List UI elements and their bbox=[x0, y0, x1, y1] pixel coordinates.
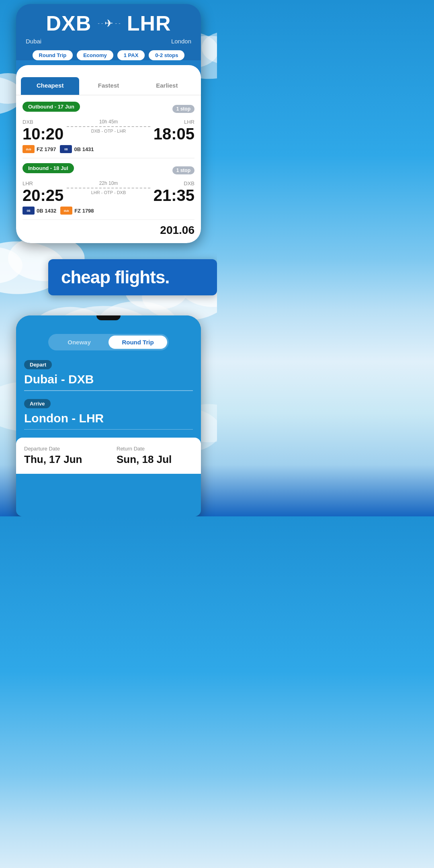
departure-date-value[interactable]: Thu, 17 Jun bbox=[24, 453, 100, 466]
outbound-route-dots bbox=[67, 126, 150, 127]
bottom-phone: Oneway Round Trip Depart Dubai - DXB Arr… bbox=[16, 315, 201, 516]
inbound-dest-label: DXB bbox=[154, 180, 194, 186]
outbound-depart: DXB 10:20 bbox=[23, 119, 63, 142]
airline2-code: 0B 1431 bbox=[74, 146, 94, 152]
arrive-value[interactable]: London - LHR bbox=[24, 411, 193, 425]
trip-type-pill[interactable]: Round Trip bbox=[33, 50, 73, 60]
inbound-times: LHR 20:25 22h 10m LHR - OTP - DXB DXB 21… bbox=[23, 180, 194, 203]
pax-pill[interactable]: 1 PAX bbox=[117, 50, 145, 60]
outbound-via: DXB - OTP - LHR bbox=[67, 129, 150, 133]
return-date-value[interactable]: Sun, 18 Jul bbox=[117, 453, 193, 466]
middle-section: cheap flights. bbox=[0, 243, 217, 307]
outbound-airline1: dub FZ 1797 bbox=[23, 145, 56, 153]
cheap-flights-text: cheap flights. bbox=[61, 267, 204, 287]
tab-earliest[interactable]: Earliest bbox=[138, 77, 196, 95]
stops-pill[interactable]: 0-2 stops bbox=[149, 50, 184, 60]
inbound-airline1: 0B 0B 1432 bbox=[23, 207, 56, 215]
inbound-segment: Inbound - 18 Jul 1 stop LHR 20:25 22h 10… bbox=[23, 163, 194, 215]
outbound-times: DXB 10:20 10h 45m DXB - OTP - LHR LHR 18… bbox=[23, 119, 194, 142]
phone-notch bbox=[96, 315, 121, 320]
return-date-label: Return Date bbox=[117, 446, 193, 452]
depart-value[interactable]: Dubai - DXB bbox=[24, 373, 193, 386]
inbound-via: LHR - OTP - DXB bbox=[67, 190, 150, 195]
price-preview-row: 201.06 bbox=[23, 219, 194, 237]
origin-code: DXB bbox=[46, 11, 91, 35]
tab-cheapest[interactable]: Cheapest bbox=[21, 77, 79, 95]
outbound-route-middle: 10h 45m DXB - OTP - LHR bbox=[63, 119, 153, 133]
outbound-arrive-time: 18:05 bbox=[154, 126, 194, 142]
trip-toggle[interactable]: Oneway Round Trip bbox=[48, 334, 169, 350]
date-row: Departure Date Thu, 17 Jun Return Date S… bbox=[24, 446, 193, 466]
inbound-arrive-time: 21:35 bbox=[154, 187, 194, 203]
outbound-segment: Outbound - 17 Jun 1 stop DXB 10:20 10h 4… bbox=[23, 102, 194, 153]
segment-divider bbox=[23, 158, 194, 158]
price-preview: 201.06 bbox=[160, 224, 194, 236]
departure-date-label: Departure Date bbox=[24, 446, 100, 452]
destination-code: LHR bbox=[127, 11, 171, 35]
wave-divider bbox=[16, 65, 201, 77]
cabin-pill[interactable]: Economy bbox=[77, 50, 113, 60]
depart-divider bbox=[24, 390, 193, 391]
inbound-depart-time: 20:25 bbox=[23, 187, 63, 203]
tagline-wrapper: cheap flights. bbox=[0, 259, 217, 295]
outbound-stops: 1 stop bbox=[172, 105, 194, 113]
inbound-depart: LHR 20:25 bbox=[23, 180, 63, 203]
inbound-route-dots bbox=[67, 188, 150, 188]
tab-bar: Cheapest Fastest Earliest bbox=[16, 77, 201, 95]
inbound-airline1-code: 0B 1432 bbox=[37, 208, 56, 214]
outbound-airlines: dub FZ 1797 0B 0B 1431 bbox=[23, 145, 194, 153]
bottom-phone-inner: Oneway Round Trip Depart Dubai - DXB Arr… bbox=[24, 328, 193, 474]
inbound-airline2-logo: dub bbox=[60, 207, 72, 215]
inbound-origin-label: LHR bbox=[23, 180, 63, 186]
city-names: Dubai London bbox=[26, 38, 191, 45]
filter-pills: Round Trip Economy 1 PAX 0-2 stops bbox=[26, 50, 191, 60]
arrive-label: Arrive bbox=[24, 399, 51, 408]
top-phone: DXB - - ✈ - - LHR Dubai London Round Tri… bbox=[16, 4, 201, 243]
route-row: DXB - - ✈ - - LHR bbox=[26, 11, 191, 35]
arrive-divider bbox=[24, 429, 193, 430]
outbound-dest-label: LHR bbox=[154, 119, 194, 125]
inbound-route-middle: 22h 10m LHR - OTP - DXB bbox=[63, 180, 153, 195]
inbound-stops: 1 stop bbox=[172, 166, 194, 174]
airline1-logo: dub bbox=[23, 145, 35, 153]
depart-label: Depart bbox=[24, 360, 52, 369]
departure-date-col[interactable]: Departure Date Thu, 17 Jun bbox=[24, 446, 100, 466]
outbound-origin-label: DXB bbox=[23, 119, 63, 125]
date-section: Departure Date Thu, 17 Jun Return Date S… bbox=[16, 438, 201, 474]
inbound-airline1-logo: 0B bbox=[23, 207, 35, 215]
inbound-airlines: 0B 0B 1432 dub FZ 1798 bbox=[23, 207, 194, 215]
inbound-airline2-code: FZ 1798 bbox=[74, 208, 94, 214]
inbound-duration: 22h 10m bbox=[67, 180, 150, 186]
outbound-arrive: LHR 18:05 bbox=[154, 119, 194, 142]
return-date-col[interactable]: Return Date Sun, 18 Jul bbox=[117, 446, 193, 466]
flights-container: Outbound - 17 Jun 1 stop DXB 10:20 10h 4… bbox=[16, 95, 201, 243]
airline2-logo: 0B bbox=[60, 145, 72, 153]
inbound-header: Inbound - 18 Jul bbox=[23, 163, 74, 173]
tab-fastest[interactable]: Fastest bbox=[79, 77, 137, 95]
plane-icon: ✈ bbox=[104, 17, 113, 30]
phone-top-header: DXB - - ✈ - - LHR Dubai London Round Tri… bbox=[16, 4, 201, 60]
airline1-code: FZ 1797 bbox=[37, 146, 56, 152]
flight-arrow: - - ✈ - - bbox=[98, 17, 120, 30]
arrive-field[interactable]: Arrive London - LHR bbox=[24, 399, 193, 430]
outbound-airline2: 0B 0B 1431 bbox=[60, 145, 94, 153]
outbound-header: Outbound - 17 Jun bbox=[23, 102, 80, 112]
inbound-airline2: dub FZ 1798 bbox=[60, 207, 94, 215]
phone-bottom-content: Oneway Round Trip Depart Dubai - DXB Arr… bbox=[16, 315, 201, 516]
outbound-depart-time: 10:20 bbox=[23, 126, 63, 142]
toggle-roundtrip[interactable]: Round Trip bbox=[108, 336, 167, 349]
outbound-duration: 10h 45m bbox=[67, 119, 150, 125]
origin-city: Dubai bbox=[26, 38, 41, 45]
toggle-oneway[interactable]: Oneway bbox=[50, 336, 108, 349]
cheap-flights-badge: cheap flights. bbox=[48, 259, 217, 295]
destination-city: London bbox=[171, 38, 191, 45]
depart-field[interactable]: Depart Dubai - DXB bbox=[24, 360, 193, 391]
inbound-arrive: DXB 21:35 bbox=[154, 180, 194, 203]
